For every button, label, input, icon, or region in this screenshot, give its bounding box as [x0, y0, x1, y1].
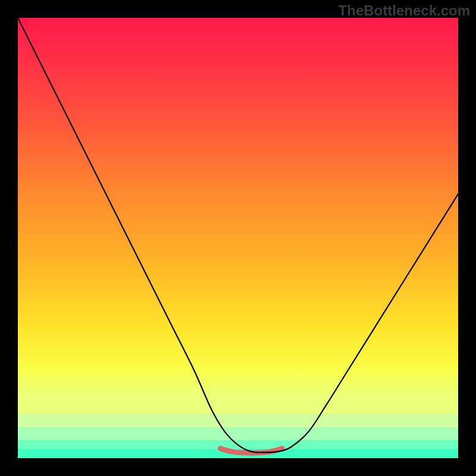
- watermark-text: TheBottleneck.com: [339, 2, 470, 19]
- chart-svg: [18, 18, 458, 458]
- main-curve-path: [18, 18, 458, 453]
- chart-area: [18, 18, 458, 458]
